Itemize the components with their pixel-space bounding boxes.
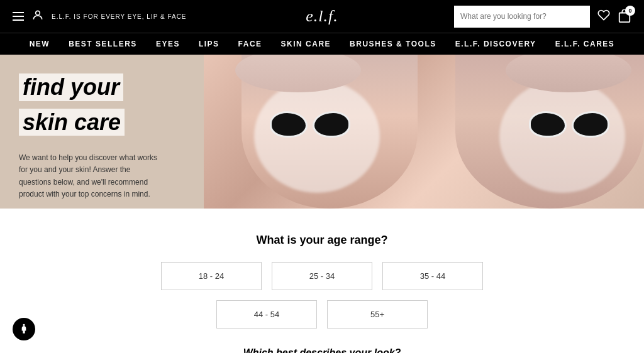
quiz-option-44-54[interactable]: 44 - 54 — [216, 300, 317, 329]
hamburger-menu-icon[interactable] — [13, 12, 24, 21]
wishlist-icon[interactable] — [597, 9, 610, 24]
hero-text-area: find your skin care We want to help you … — [0, 55, 195, 209]
site-header: E.L.F. IS FOR EVERY EYE, LIP & FACE e.l.… — [0, 0, 644, 33]
cart-count: 0 — [625, 6, 635, 16]
nav-item-brushes[interactable]: BRUSHES & TOOLS — [350, 40, 436, 48]
search-input[interactable] — [454, 8, 567, 24]
user-icon[interactable] — [31, 9, 44, 24]
quiz-question-2-partial: Which best describes your look? — [13, 347, 631, 353]
quiz-option-55plus[interactable]: 55+ — [327, 300, 428, 329]
quiz-option-25-34[interactable]: 25 - 34 — [272, 262, 372, 290]
nav-item-eyes[interactable]: EYES — [156, 40, 180, 48]
svg-point-0 — [36, 11, 40, 15]
main-nav: NEW BEST SELLERS EYES LIPS FACE SKIN CAR… — [0, 33, 644, 55]
nav-item-cares[interactable]: E.L.F. CARES — [555, 40, 615, 48]
nav-item-lips[interactable]: LIPS — [199, 40, 219, 48]
hero-image — [204, 55, 644, 209]
nav-item-bestsellers[interactable]: BEST SELLERS — [69, 40, 137, 48]
quiz-option-35-44[interactable]: 35 - 44 — [382, 262, 483, 290]
svg-point-4 — [23, 324, 25, 326]
search-bar[interactable] — [454, 6, 590, 28]
quiz-options-row1: 18 - 24 25 - 34 35 - 44 — [13, 262, 631, 290]
search-button[interactable] — [567, 6, 590, 28]
nav-item-skincare[interactable]: SKIN CARE — [281, 40, 331, 48]
nav-item-discovery[interactable]: E.L.F. DISCOVERY — [455, 40, 536, 48]
hero-subtext: We want to help you discover what works … — [19, 152, 157, 200]
logo[interactable]: e.l.f. — [306, 7, 338, 26]
accessibility-button[interactable] — [13, 318, 35, 340]
cart-icon[interactable]: 0 — [618, 9, 631, 23]
hero-headline-line1: find your — [19, 73, 123, 101]
logo-text: e.l.f. — [306, 7, 338, 25]
quiz-options-row2: 44 - 54 55+ — [13, 300, 631, 329]
nav-item-face[interactable]: FACE — [238, 40, 262, 48]
svg-line-2 — [581, 18, 584, 21]
quiz-section: What is your age range? 18 - 24 25 - 34 … — [0, 209, 644, 353]
quiz-question-1: What is your age range? — [13, 234, 631, 247]
svg-point-1 — [574, 11, 582, 19]
quiz-option-18-24[interactable]: 18 - 24 — [161, 262, 262, 290]
nav-item-new[interactable]: NEW — [30, 40, 50, 48]
header-tagline: E.L.F. IS FOR EVERY EYE, LIP & FACE — [52, 13, 187, 20]
hero-section: find your skin care We want to help you … — [0, 55, 644, 209]
header-right: 0 — [454, 6, 631, 28]
header-left: E.L.F. IS FOR EVERY EYE, LIP & FACE — [13, 9, 187, 24]
hero-headline-line2: skin care — [19, 109, 125, 136]
